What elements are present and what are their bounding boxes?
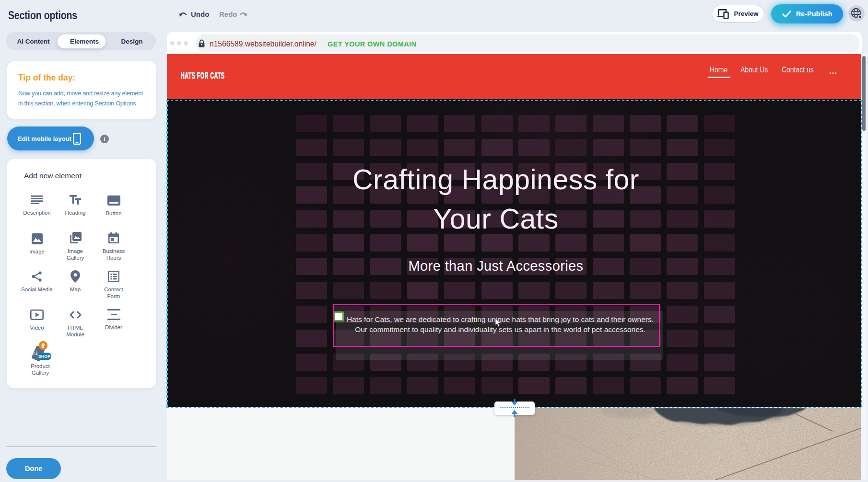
svg-text:SHOP: SHOP (38, 354, 51, 359)
